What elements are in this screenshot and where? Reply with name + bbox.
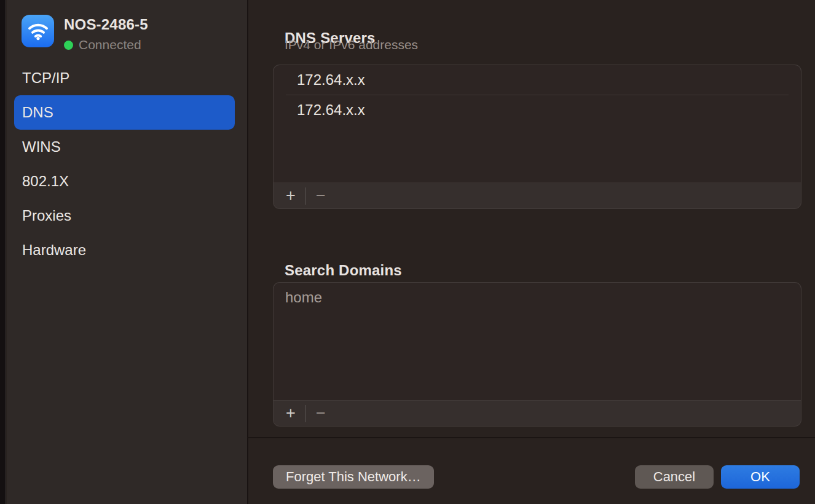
dns-server-row[interactable]: 172.64.x.x (274, 95, 801, 125)
dns-servers-subtitle: IPv4 or IPv6 addresses (285, 37, 418, 52)
toolbar-divider (305, 187, 306, 205)
dns-servers-toolbar: + − (274, 183, 801, 208)
dns-add-button[interactable]: + (280, 183, 301, 209)
wifi-icon (22, 15, 54, 47)
sidebar-item-proxies[interactable]: Proxies (14, 199, 235, 233)
network-status: Connected (64, 37, 148, 52)
content-pane: DNS Servers IPv4 or IPv6 addresses 172.6… (248, 0, 815, 504)
dns-remove-button[interactable]: − (310, 183, 331, 209)
network-name: NOS-2486-5 (64, 16, 148, 33)
dns-servers-listbox: 172.64.x.x 172.64.x.x + − (273, 65, 801, 209)
search-domain-add-button[interactable]: + (280, 401, 301, 427)
search-domains-listbox: home + − (273, 282, 801, 427)
sidebar-item-tcpip[interactable]: TCP/IP (14, 61, 235, 95)
sidebar-item-dns[interactable]: DNS (14, 95, 235, 130)
dns-servers-rows: 172.64.x.x 172.64.x.x (274, 65, 801, 183)
footer-divider (247, 437, 815, 438)
network-header: NOS-2486-5 Connected (22, 15, 148, 52)
cancel-button[interactable]: Cancel (635, 465, 714, 489)
wifi-details-window: NOS-2486-5 Connected TCP/IP DNS WINS 802… (0, 0, 815, 504)
sidebar-item-hardware[interactable]: Hardware (14, 233, 235, 267)
window-left-edge (0, 0, 6, 504)
sidebar-item-wins[interactable]: WINS (14, 130, 235, 164)
connected-status-dot (64, 41, 73, 50)
sidebar-menu: TCP/IP DNS WINS 802.1X Proxies Hardware (7, 61, 247, 267)
search-domain-row[interactable]: home (274, 283, 801, 312)
ok-button[interactable]: OK (721, 465, 800, 489)
search-domains-rows: home (274, 283, 801, 400)
sidebar-item-8021x[interactable]: 802.1X (14, 164, 235, 199)
sidebar: NOS-2486-5 Connected TCP/IP DNS WINS 802… (7, 0, 247, 504)
connected-status-label: Connected (79, 37, 141, 52)
search-domains-title: Search Domains (285, 262, 402, 279)
search-domain-remove-button[interactable]: − (310, 401, 331, 427)
dns-server-row[interactable]: 172.64.x.x (274, 65, 801, 95)
network-meta: NOS-2486-5 Connected (64, 15, 148, 52)
toolbar-divider (305, 405, 306, 422)
search-domains-toolbar: + − (274, 400, 801, 426)
forget-network-button[interactable]: Forget This Network… (273, 465, 434, 489)
